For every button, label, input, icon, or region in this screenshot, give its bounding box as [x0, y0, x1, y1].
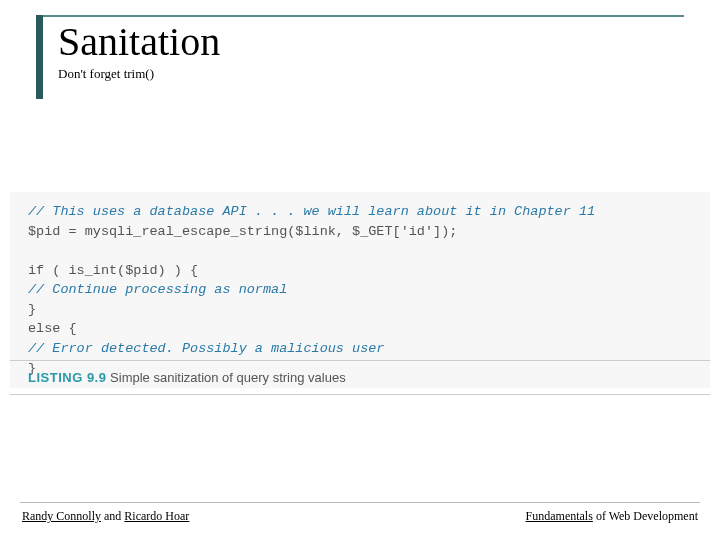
code-line-7: else { [28, 319, 692, 339]
code-comment-3: // Error detected. Possibly a malicious … [28, 339, 692, 359]
author-2: Ricardo Hoar [124, 509, 189, 523]
listing-label: LISTING 9.9 [28, 370, 106, 385]
author-1: Randy Connolly [22, 509, 101, 523]
footer-book: Fundamentals of Web Development [526, 509, 698, 524]
listing-divider-bottom [10, 394, 710, 395]
header-accent-bar [36, 15, 43, 99]
code-line-6: } [28, 300, 692, 320]
header-rule [36, 15, 684, 17]
book-rest: of Web Development [593, 509, 698, 523]
listing-caption: LISTING 9.9 Simple sanitization of query… [28, 370, 346, 385]
slide-subtitle: Don't forget trim() [58, 66, 154, 82]
footer-divider [20, 502, 700, 503]
author-and: and [101, 509, 124, 523]
listing-divider-top [10, 360, 710, 361]
code-comment-2: // Continue processing as normal [28, 280, 692, 300]
code-comment-1: // This uses a database API . . . we wil… [28, 202, 692, 222]
code-blank [28, 241, 692, 261]
code-line-4: if ( is_int($pid) ) { [28, 261, 692, 281]
footer-authors: Randy Connolly and Ricardo Hoar [22, 509, 189, 524]
listing-text: Simple sanitization of query string valu… [110, 370, 346, 385]
code-line-2: $pid = mysqli_real_escape_string($link, … [28, 222, 692, 242]
code-listing: // This uses a database API . . . we wil… [10, 192, 710, 388]
book-word-1: Fundamentals [526, 509, 593, 523]
slide-title: Sanitation [58, 18, 220, 65]
